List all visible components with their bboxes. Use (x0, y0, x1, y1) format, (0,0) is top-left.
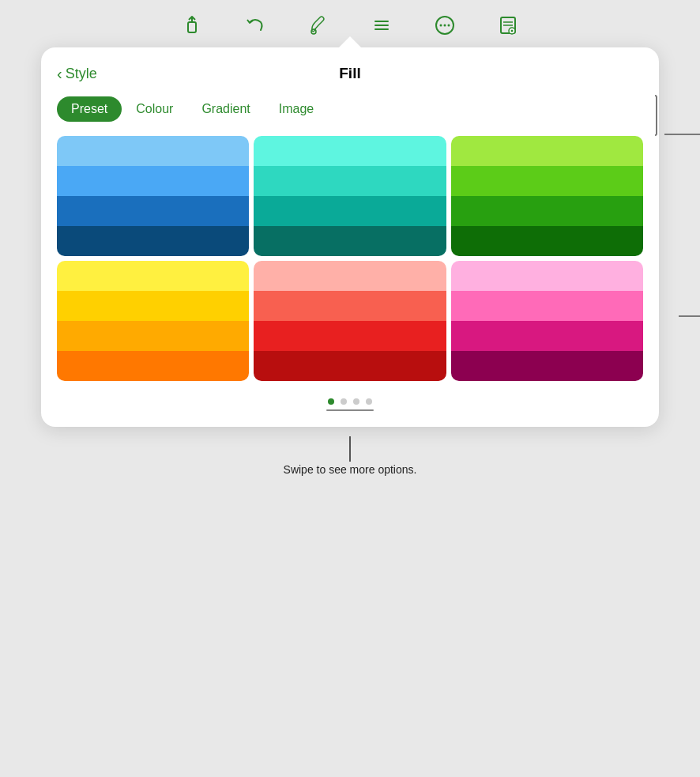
fill-panel: ‹ Style Fill Preset Colour Gradient Imag… (41, 47, 659, 427)
tab-bar: Preset Colour Gradient Image (57, 96, 643, 122)
swatch-blue[interactable] (57, 136, 249, 256)
swatch-green[interactable] (451, 136, 643, 256)
back-label: Style (66, 66, 97, 82)
swatch-stripe (254, 351, 446, 381)
svg-point-15 (511, 30, 514, 32)
swatch-teal[interactable] (254, 136, 446, 256)
swatch-stripe (57, 291, 249, 321)
swatch-stripe (254, 226, 446, 256)
share-icon[interactable] (181, 14, 203, 36)
svg-point-8 (440, 25, 442, 27)
svg-rect-0 (188, 22, 196, 32)
swatch-stripe (451, 136, 643, 166)
annotation-swipe-container: Swipe to see more options. (0, 436, 700, 478)
swatch-stripe (57, 226, 249, 256)
page-dots (328, 398, 372, 405)
back-button[interactable]: ‹ Style (57, 66, 97, 82)
swatch-stripe (451, 291, 643, 321)
page-dot-2[interactable] (341, 398, 347, 405)
swatch-stripe (254, 166, 446, 196)
tab-group: Preset Colour Gradient Image (57, 96, 328, 122)
swatch-stripe (254, 321, 446, 351)
swatch-stripe (254, 291, 446, 321)
undo-icon[interactable] (244, 14, 266, 36)
page-dot-1[interactable] (328, 398, 334, 405)
swatch-stripe (451, 351, 643, 381)
swatch-stripe (57, 196, 249, 226)
swatch-yellow[interactable] (57, 261, 249, 381)
panel-title: Fill (339, 65, 360, 82)
swatch-stripe (57, 351, 249, 381)
swatch-stripe (254, 261, 446, 291)
svg-point-9 (444, 25, 446, 27)
tab-image[interactable]: Image (265, 96, 328, 122)
annotation-swipe-text: Swipe to see more options. (284, 462, 417, 478)
swatch-stripe (57, 166, 249, 196)
swatch-stripe (57, 321, 249, 351)
tab-bracket (655, 95, 657, 136)
annotation-line-vertical (349, 436, 351, 462)
swatch-pink-red[interactable] (254, 261, 446, 381)
text-align-icon[interactable] (371, 14, 393, 36)
swatch-stripe (57, 136, 249, 166)
swatch-stripe (451, 196, 643, 226)
swatch-stripe (254, 136, 446, 166)
tab-colour[interactable]: Colour (122, 96, 187, 122)
dots-bracket-line (326, 409, 374, 411)
color-swatch-grid (57, 136, 643, 381)
chevron-left-icon: ‹ (57, 66, 62, 81)
swatch-stripe (451, 261, 643, 291)
swatch-stripe (451, 321, 643, 351)
panel-header: ‹ Style Fill (57, 65, 643, 82)
swatch-stripe (451, 226, 643, 256)
svg-point-10 (448, 25, 450, 27)
view-icon[interactable] (497, 14, 519, 36)
page-dot-3[interactable] (353, 398, 359, 405)
swatch-stripe (57, 261, 249, 291)
swatch-stripe (451, 166, 643, 196)
brush-icon[interactable] (307, 14, 329, 36)
page-indicator (57, 395, 643, 411)
more-icon[interactable] (434, 14, 456, 36)
tab-preset[interactable]: Preset (57, 96, 122, 122)
swatch-magenta[interactable] (451, 261, 643, 381)
page-dot-4[interactable] (366, 398, 372, 405)
swatch-stripe (254, 196, 446, 226)
tab-gradient[interactable]: Gradient (187, 96, 264, 122)
